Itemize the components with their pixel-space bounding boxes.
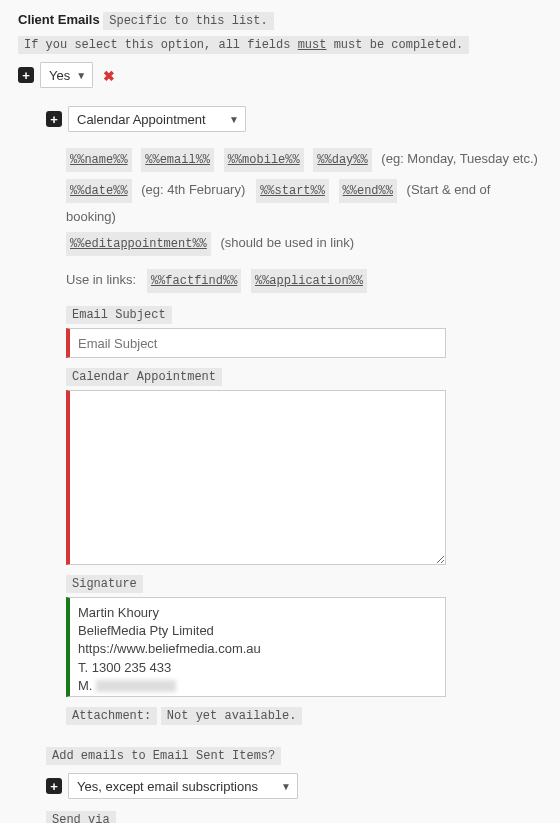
merge-tag[interactable]: %%email%% [141,148,214,172]
merge-tag[interactable]: %%factfind%% [147,269,241,293]
hint-text: (eg: Monday, Tuesday etc.) [381,151,538,166]
merge-tags-links-row: Use in links: %%factfind%% %%application… [66,269,542,296]
expand-enable-icon[interactable]: + [18,67,34,83]
merge-tags-row: %%name%% %%email%% %%mobile%% %%day%% (e… [66,148,542,175]
type-select[interactable]: Calendar Appointment ▼ [68,106,246,132]
attachment-label: Attachment: [66,707,157,725]
warning-text: If you select this option, all fields mu… [18,36,469,54]
merge-tag[interactable]: %%day%% [313,148,371,172]
sent-items-select[interactable]: Yes, except email subscriptions ▼ [68,773,298,799]
subject-input[interactable] [66,328,446,358]
body-textarea[interactable] [66,390,446,565]
page-title: Client Emails [18,12,100,27]
body-label: Calendar Appointment [66,368,222,386]
merge-tag[interactable]: %%editappointment%% [66,232,211,256]
attachment-status: Not yet available. [161,707,303,725]
expand-type-icon[interactable]: + [46,111,62,127]
send-via-label: Send via [46,811,116,823]
expand-sent-items-icon[interactable]: + [46,778,62,794]
page-subtitle: Specific to this list. [103,12,273,30]
merge-tags-row: %%editappointment%% (should be used in l… [66,232,542,259]
merge-tag[interactable]: %%date%% [66,179,132,203]
links-label: Use in links: [66,272,136,287]
sent-items-label: Add emails to Email Sent Items? [46,747,281,765]
signature-label: Signature [66,575,143,593]
subject-label: Email Subject [66,306,172,324]
merge-tags-row: %%date%% (eg: 4th February) %%start%% %%… [66,179,542,228]
merge-tag[interactable]: %%application%% [251,269,367,293]
enable-select[interactable]: Yes ▼ [40,62,93,88]
merge-tag[interactable]: %%name%% [66,148,132,172]
hint-text: (should be used in link) [220,235,354,250]
chevron-down-icon: ▼ [76,70,86,81]
signature-textarea[interactable]: Martin Khoury BeliefMedia Pty Limited ht… [66,597,446,697]
merge-tag[interactable]: %%start%% [256,179,329,203]
close-icon[interactable]: ✖ [103,68,115,84]
merge-tag[interactable]: %%end%% [339,179,397,203]
redacted-text [96,680,176,692]
merge-tag[interactable]: %%mobile%% [224,148,304,172]
chevron-down-icon: ▼ [281,781,291,792]
chevron-down-icon: ▼ [229,114,239,125]
hint-text: (eg: 4th February) [141,182,245,197]
